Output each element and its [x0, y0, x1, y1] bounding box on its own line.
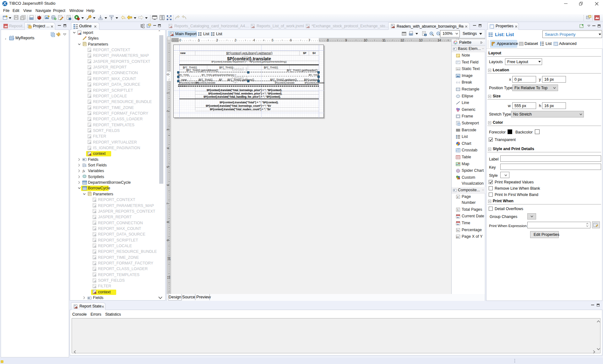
svg-text:label: label [456, 68, 460, 70]
svg-text:%: % [457, 229, 459, 232]
svg-text:Σ: Σ [457, 208, 459, 211]
svg-text:31: 31 [457, 223, 459, 225]
svg-text:fx: fx [83, 169, 85, 173]
svg-text:#: # [457, 196, 459, 198]
svg-text:010: 010 [410, 34, 412, 35]
svg-text:31: 31 [457, 216, 459, 218]
svg-text:#/#: #/# [456, 236, 459, 238]
svg-text:010: 010 [30, 18, 33, 19]
